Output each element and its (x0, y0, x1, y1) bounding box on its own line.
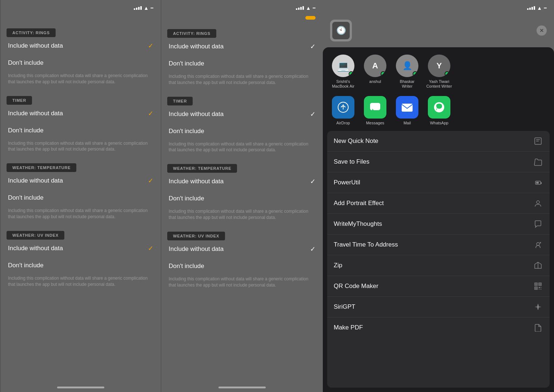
svg-rect-1 (370, 103, 380, 110)
option-row[interactable]: Include without data ✓ (1, 37, 161, 55)
checkmark: ✓ (310, 245, 316, 253)
app-item-mail[interactable]: Mail (391, 96, 423, 125)
share-menu-item[interactable]: Make PDF (327, 317, 550, 338)
share-menu-item[interactable]: PowerUtil (327, 172, 550, 193)
online-dot (349, 71, 354, 76)
option-row[interactable]: Include without data ✓ (1, 105, 161, 122)
section-block: WEATHER: TEMPERATURE Include without dat… (161, 161, 323, 227)
share-menu-item[interactable]: Save to Files (327, 152, 550, 172)
online-dot (413, 71, 418, 76)
option-label: Don't include (8, 194, 44, 201)
options-scroll-2[interactable]: ACTIVITY: RINGS Include without data ✓ D… (161, 24, 323, 384)
messages-icon (364, 96, 386, 119)
app-item-messages[interactable]: Messages (359, 96, 391, 125)
section-header: WEATHER: UV INDEX (167, 232, 225, 240)
options-scroll-1[interactable]: ACTIVITY: RINGS Include without data ✓ D… (1, 23, 161, 384)
person-item[interactable]: 💻 Srishti'sMacBook Air (327, 55, 359, 89)
app-name: Mail (404, 121, 411, 125)
option-row[interactable]: Don't include (161, 123, 323, 140)
option-label: Include without data (8, 42, 63, 49)
option-label: Include without data (8, 245, 63, 252)
svg-rect-9 (536, 182, 539, 184)
section-block: WEATHER: TEMPERATURE Include without dat… (1, 160, 161, 226)
share-menu-icon (533, 177, 543, 188)
section-note: Including this complication without data… (161, 275, 323, 294)
share-menu-icon (533, 302, 543, 312)
mail-icon (396, 96, 418, 119)
status-icons-3: ▲ (527, 5, 547, 11)
option-row[interactable]: Don't include (1, 257, 161, 274)
option-row[interactable]: Don't include (161, 190, 323, 207)
app-item-whatsapp[interactable]: WhatsApp (423, 96, 455, 125)
people-row[interactable]: 💻 Srishti'sMacBook Air A anshul 👤 Bhaska… (323, 47, 554, 93)
person-item[interactable]: A anshul (359, 55, 391, 89)
option-row[interactable]: Include without data ✓ (1, 172, 161, 189)
done-button-1[interactable] (148, 16, 153, 19)
app-name: AirDrop (336, 121, 350, 125)
option-row[interactable]: Include without data ✓ (161, 105, 323, 123)
option-row[interactable]: Include without data ✓ (161, 173, 323, 190)
section-note: Including this complication without data… (1, 206, 161, 226)
share-menu-item[interactable]: Add Portrait Effect (327, 193, 550, 214)
share-menu-item[interactable]: WriteMyThoughts (327, 214, 550, 235)
status-bar-3: ▲ (323, 0, 554, 14)
option-label: Include without data (8, 177, 63, 184)
option-row[interactable]: Don't include (1, 55, 161, 71)
share-sheet: 💻 Srishti'sMacBook Air A anshul 👤 Bhaska… (323, 47, 554, 392)
option-row[interactable]: Don't include (161, 55, 323, 72)
share-menu-icon (533, 219, 543, 229)
apps-row[interactable]: AirDrop Messages Mail WhatsApp (323, 93, 554, 131)
svg-rect-22 (539, 289, 539, 289)
share-menu-item[interactable]: QR Code Maker (327, 276, 550, 297)
signal-icon-2 (296, 6, 304, 10)
option-row[interactable]: Don't include (161, 258, 323, 275)
section-header: TIMER (167, 97, 193, 105)
share-menu-item[interactable]: Zip (327, 255, 550, 276)
person-name: Srishti'sMacBook Air (332, 79, 354, 89)
status-bar-2: ▲ (161, 0, 323, 14)
avatar: 💻 (332, 55, 354, 77)
share-menu-item[interactable]: Travel Time To Address (327, 235, 550, 255)
section-block: WEATHER: UV INDEX Include without data ✓… (161, 229, 323, 294)
watch-thumbnail: 🕙 (330, 20, 352, 41)
svg-rect-15 (535, 284, 537, 285)
option-label: Include without data (169, 43, 224, 50)
person-item[interactable]: Y Yash TiwariContent Writer (423, 55, 455, 89)
person-item[interactable]: 👤 BhaskarWriter (391, 55, 423, 89)
home-indicator-2 (161, 384, 323, 392)
avatar: Y (428, 55, 450, 77)
checkmark: ✓ (148, 177, 153, 185)
whatsapp-icon (428, 96, 450, 119)
svg-point-11 (537, 243, 539, 245)
share-menu-label: QR Code Maker (334, 283, 378, 290)
section-header: WEATHER: UV INDEX (7, 231, 64, 240)
svg-rect-21 (541, 287, 541, 288)
status-bar-1: ▲ (1, 0, 161, 14)
option-row[interactable]: Include without data ✓ (161, 38, 323, 55)
share-menu-icon (533, 157, 543, 167)
option-row[interactable]: Include without data ✓ (1, 240, 161, 257)
section-header: ACTIVITY: RINGS (7, 28, 56, 37)
share-menu-label: Save to Files (334, 158, 369, 165)
svg-rect-17 (539, 284, 541, 285)
share-menu-item[interactable]: New Quick Note (327, 131, 550, 152)
app-name: Messages (366, 121, 384, 125)
done-button-2[interactable] (305, 16, 316, 20)
signal-icon-3 (527, 6, 535, 10)
share-menu-item[interactable]: SiriGPT (327, 297, 550, 317)
app-item-airdrop[interactable]: AirDrop (327, 96, 359, 125)
airdrop-icon (332, 96, 354, 119)
close-button[interactable]: ✕ (537, 25, 547, 36)
option-row[interactable]: Don't include (1, 189, 161, 206)
share-menu-label: Make PDF (334, 324, 363, 331)
option-row[interactable]: Don't include (1, 122, 161, 139)
option-label: Don't include (169, 263, 204, 270)
avatar: A (364, 55, 386, 77)
checkmark: ✓ (148, 244, 153, 252)
checkmark: ✓ (148, 109, 153, 117)
person-name: anshul (369, 79, 381, 84)
option-row[interactable]: Include without data ✓ (161, 240, 323, 258)
svg-rect-20 (539, 287, 540, 288)
section-note: Including this complication without data… (161, 72, 323, 92)
option-label: Don't include (8, 59, 44, 67)
